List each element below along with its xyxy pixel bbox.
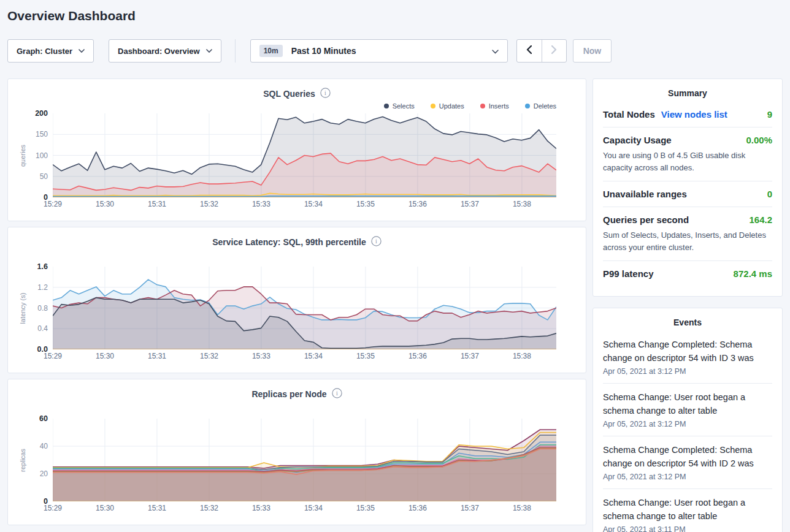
replicas-per-node-chart[interactable] [53,419,556,501]
summary-row-capacity: Capacity Usage 0.00% You are using 0 B o… [603,127,772,181]
svg-text:i: i [336,390,338,397]
event-timestamp: Apr 05, 2021 at 3:11 PM [603,525,772,532]
x-tick-label: 15:36 [408,352,427,360]
y-axis: latency (s) 0.00.40.81.21.6 [8,267,53,349]
qps-label: Queries per second [603,215,689,225]
event-message: Schema Change: User root began a schema … [603,496,772,523]
x-tick-label: 15:37 [461,200,479,208]
total-nodes-value: 9 [767,109,772,120]
info-icon[interactable]: i [371,236,382,249]
x-tick-label: 15:37 [461,504,479,512]
view-nodes-list-link[interactable]: View nodes list [661,109,727,120]
legend-item[interactable]: Updates [431,101,464,111]
chart-legend: SelectsUpdatesInsertsDeletes [8,101,556,111]
chevron-down-icon [79,49,85,53]
event-item: Schema Change Completed: Schema change o… [603,331,772,384]
event-timestamp: Apr 05, 2021 at 3:12 PM [603,367,772,376]
y-tick-label: 40 [40,442,48,450]
event-timestamp: Apr 05, 2021 at 3:12 PM [603,473,772,481]
y-tick-label: 0.4 [37,324,48,333]
events-panel: Events Schema Change Completed: Schema c… [592,308,783,532]
time-range-label: Past 10 Minutes [291,46,492,56]
x-tick-label: 15:29 [44,200,62,208]
summary-row-total-nodes: Total Nodes View nodes list 9 [603,102,772,127]
chart-title: Service Latency: SQL, 99th percentile [212,237,366,247]
unavailable-ranges-value: 0 [767,189,772,199]
legend-dot-icon [431,104,435,108]
time-range-selector[interactable]: 10m Past 10 Minutes [250,39,508,63]
x-tick-label: 15:31 [148,200,166,208]
y-axis: queries 050100150200 [8,113,53,197]
event-item: Schema Change: User root began a schema … [603,384,772,436]
p99-latency-label: P99 latency [603,268,654,279]
x-axis: 15:2915:3015:3115:3215:3315:3415:3515:36… [53,200,556,210]
legend-label: Inserts [489,102,509,110]
chart-title: SQL Queries [263,89,315,99]
x-tick-label: 15:33 [252,200,270,208]
time-range-badge: 10m [259,45,283,57]
legend-item[interactable]: Selects [384,101,415,111]
x-tick-label: 15:35 [356,352,375,360]
charts-column: SQL Queries i SelectsUpdatesInsertsDelet… [7,78,586,531]
event-message: Schema Change Completed: Schema change o… [603,338,772,365]
y-axis: replicas 0204060 [8,419,53,501]
svg-text:i: i [375,238,377,245]
now-button[interactable]: Now [573,39,612,63]
events-title: Events [603,308,772,331]
replicas-per-node-panel: Replicas per Node i replicas 0204060 15:… [7,379,586,525]
legend-dot-icon [525,104,530,108]
sql-queries-chart[interactable] [53,113,556,197]
y-tick-label: 50 [40,172,48,181]
chevron-down-icon [492,45,499,56]
chevron-right-icon [551,45,557,56]
x-tick-label: 15:35 [356,504,375,512]
x-tick-label: 15:31 [148,504,166,512]
sidebar-column: Summary Total Nodes View nodes list 9 Ca… [592,78,783,532]
y-tick-label: 100 [36,151,48,160]
x-tick-label: 15:32 [200,352,218,360]
dashboard-dropdown[interactable]: Dashboard: Overview [109,39,221,63]
event-item: Schema Change: User root began a schema … [603,489,772,532]
x-tick-label: 15:37 [461,352,479,360]
y-tick-label: 0.8 [37,304,48,313]
x-tick-label: 15:31 [148,352,166,360]
time-prev-button[interactable] [517,40,542,62]
x-tick-label: 15:32 [200,200,218,208]
page-title: Overview Dashboard [7,9,783,23]
x-axis: 15:2915:3015:3115:3215:3315:3415:3515:36… [53,504,556,514]
info-icon[interactable]: i [332,388,342,401]
y-tick-label: 60 [39,414,48,423]
x-tick-label: 15:35 [356,200,375,208]
legend-label: Selects [393,102,415,110]
x-tick-label: 15:34 [304,504,323,512]
legend-item[interactable]: Inserts [480,101,509,111]
chevron-down-icon [206,49,212,53]
service-latency-chart[interactable] [53,267,556,349]
x-tick-label: 15:38 [513,200,531,208]
legend-dot-icon [480,104,485,108]
legend-item[interactable]: Deletes [525,101,556,111]
capacity-label: Capacity Usage [603,135,672,145]
legend-label: Deletes [534,102,556,110]
graph-scope-dropdown[interactable]: Graph: Cluster [7,39,94,63]
x-tick-label: 15:34 [304,352,323,360]
time-next-button[interactable] [542,40,566,62]
x-tick-label: 15:30 [96,352,114,360]
y-tick-label: 200 [35,109,48,118]
x-tick-label: 15:30 [96,200,114,208]
x-tick-label: 15:34 [304,200,323,208]
info-icon[interactable]: i [320,88,331,101]
legend-dot-icon [384,104,389,108]
summary-row-p99: P99 latency 872.4 ms [603,261,772,286]
event-list: Schema Change Completed: Schema change o… [603,331,772,532]
legend-label: Updates [439,102,464,110]
y-tick-label: 1.2 [37,283,48,292]
dashboard-label: Dashboard: Overview [118,47,200,56]
summary-title: Summary [603,79,772,102]
x-tick-label: 15:38 [513,352,531,360]
qps-value: 164.2 [749,215,772,225]
toolbar-divider [235,39,236,63]
event-timestamp: Apr 05, 2021 at 3:12 PM [603,420,772,428]
event-message: Schema Change Completed: Schema change o… [603,443,772,471]
x-tick-label: 15:30 [96,504,114,512]
